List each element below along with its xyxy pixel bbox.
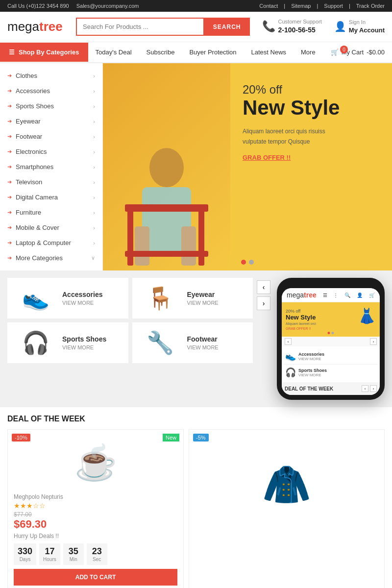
footwear-view-more[interactable]: VIEW MORE	[187, 344, 219, 350]
phone-icon: 📞	[262, 20, 275, 33]
chevron-right-icon: ›	[93, 164, 95, 170]
phone-category-list: 👟 Accessories VIEW MORE 🎧 Sports Shoes V…	[282, 346, 380, 382]
category-eyewear[interactable]: 🪑 Eyewear VIEW MORE	[132, 278, 253, 318]
sidebar-item-sports-shoes[interactable]: ➔Sports Shoes ›	[0, 98, 102, 114]
sidebar-item-televison[interactable]: ➔Televison ›	[0, 174, 102, 190]
deal-new-label: New	[163, 434, 179, 441]
footwear-image: 🔧	[140, 330, 181, 356]
hero-dot-active[interactable]	[241, 260, 246, 265]
cart-badge: 0	[340, 46, 348, 53]
shop-categories-button[interactable]: ☰ Shop By Categories	[0, 43, 88, 62]
hero-grab-offer-link[interactable]: GRAB OFFER !!	[243, 154, 291, 161]
phone-header: megatree ☰ ⋮ 🔍 👤 🛒	[282, 288, 380, 302]
email-info: Sales@yourcompany.com	[76, 3, 139, 9]
sidebar-label: Footwear	[16, 133, 42, 140]
add-to-cart-button[interactable]: ADD TO CART	[14, 569, 177, 586]
footwear-name: Footwear	[187, 335, 219, 343]
chevron-right-icon: ›	[93, 88, 95, 94]
sidebar-label: Furniture	[16, 209, 41, 216]
support-number: 2-100-56-55	[278, 25, 322, 35]
phone-info: Call Us (+0)122 3454 890	[7, 3, 69, 9]
chevron-right-icon: ›	[93, 225, 95, 231]
nav-buyer-protection[interactable]: Buyer Protection	[182, 42, 244, 62]
sidebar-item-accessories[interactable]: ➔Accessories ›	[0, 83, 102, 98]
cart-icon: 🛒	[331, 49, 339, 56]
sidebar-item-smartphones[interactable]: ➔Smartphones ›	[0, 159, 102, 174]
nav-subscribe[interactable]: Subscribe	[139, 42, 182, 62]
nav-today-deal[interactable]: Today's Deal	[88, 42, 139, 62]
category-accessories[interactable]: 👟 Accessories VIEW MORE	[7, 278, 128, 318]
sidebar-label: Mobile & Cover	[16, 224, 59, 231]
phone-logo: megatree	[287, 291, 317, 299]
category-content: 👟 Accessories VIEW MORE 🪑 Eyewear VIEW M…	[7, 278, 385, 400]
phone-cat-more: VIEW MORE	[298, 357, 324, 361]
deal-product-image-2: 🧥	[195, 436, 378, 534]
sidebar-item-mobile-cover[interactable]: ➔Mobile & Cover ›	[0, 220, 102, 235]
sidebar-item-footwear[interactable]: ➔Footwear ›	[0, 129, 102, 144]
sidebar-label: Digital Camera	[16, 194, 58, 201]
hero-text: 20% off New Style Aliquam laoreet orci q…	[230, 63, 392, 181]
search-input[interactable]	[76, 18, 204, 36]
main-content: ➔Clothes › ➔Accessories › ➔Sports Shoes …	[0, 63, 392, 270]
phone-cat-sports[interactable]: 🎧 Sports Shoes VIEW MORE	[284, 365, 378, 380]
accessories-name: Accessories	[62, 291, 103, 298]
account-section[interactable]: 👤 Sign In My Account	[334, 19, 385, 35]
search-button[interactable]: SEARCH	[204, 18, 250, 36]
nav-links: Today's Deal Subscribe Buyer Protection …	[88, 42, 323, 62]
category-sports-shoes[interactable]: 🎧 Sports Shoes VIEW MORE	[7, 322, 128, 363]
my-account-label: My Account	[349, 26, 385, 35]
timer-days: 330 Days	[14, 543, 36, 565]
timer-min: 35 Min	[63, 543, 84, 565]
sec-value: 23	[91, 546, 103, 557]
sidebar-label: Clothes	[16, 72, 37, 79]
sidebar: ➔Clothes › ➔Accessories › ➔Sports Shoes …	[0, 63, 103, 270]
svg-rect-2	[135, 226, 149, 266]
sidebar-item-digital-camera[interactable]: ➔Digital Camera ›	[0, 190, 102, 205]
logo[interactable]: megatree	[7, 19, 71, 34]
cart-price: -$0.00	[367, 49, 385, 56]
sidebar-item-clothes[interactable]: ➔Clothes ›	[0, 68, 102, 83]
phone-next-btn[interactable]: ›	[370, 338, 377, 345]
eyewear-view-more[interactable]: VIEW MORE	[187, 300, 219, 306]
sidebar-item-laptop-computer[interactable]: ➔Laptop & Computer ›	[0, 235, 102, 250]
next-category-button[interactable]: ›	[257, 296, 270, 310]
nav-more[interactable]: More	[294, 42, 323, 62]
phone-deal-nav: ‹ ›	[362, 385, 377, 392]
min-value: 35	[67, 546, 80, 557]
phone-cart-icon: 🛒	[369, 293, 375, 298]
sitemap-link[interactable]: Sitemap	[291, 3, 311, 9]
sidebar-item-electronics[interactable]: ➔Electronics ›	[0, 144, 102, 159]
contact-link[interactable]: Contact	[259, 3, 278, 9]
phone-deal-prev[interactable]: ‹	[362, 385, 368, 392]
support-link[interactable]: Support	[324, 3, 343, 9]
track-order-link[interactable]: Track Order	[356, 3, 385, 9]
deal-hurry: Hurry Up Deals !!	[14, 533, 177, 539]
phone-hero-discount: 20% off	[286, 309, 355, 314]
prev-category-button[interactable]: ‹	[257, 280, 270, 294]
phone-hamburger-icon: ☰	[323, 293, 327, 298]
hero-dots	[241, 260, 254, 265]
deal-price: $69.30	[14, 518, 177, 531]
phone-prev-btn[interactable]: ‹	[285, 338, 292, 345]
phone-hero-image: 👗	[358, 307, 376, 332]
sidebar-item-furniture[interactable]: ➔Furniture ›	[0, 205, 102, 220]
menu-icon: ☰	[9, 49, 15, 56]
sidebar-item-more-categories[interactable]: ➔More Categories ∨	[0, 250, 102, 266]
sidebar-item-eyewear[interactable]: ➔Eyewear ›	[0, 114, 102, 129]
hero-dot[interactable]	[249, 260, 254, 265]
phone-grab-link[interactable]: GRAB OFFER !!	[286, 327, 355, 330]
phone-hero-desc: Aliquam laoreet orci	[286, 322, 355, 325]
phone-deal-next[interactable]: ›	[370, 385, 377, 392]
search-bar: SEARCH	[76, 18, 250, 36]
sports-view-more[interactable]: VIEW MORE	[62, 344, 106, 350]
phone-cat-accessories[interactable]: 👟 Accessories VIEW MORE	[284, 348, 378, 365]
accessories-view-more[interactable]: VIEW MORE	[62, 300, 103, 306]
category-footwear[interactable]: 🔧 Footwear VIEW MORE	[132, 322, 253, 363]
phone-notch	[316, 283, 345, 286]
cart-button[interactable]: 0 🛒 My Cart -$0.00	[323, 43, 392, 62]
nav-latest-news[interactable]: Latest News	[244, 42, 294, 62]
hours-label: Hours	[43, 557, 56, 562]
support-label: Customer Support	[278, 18, 322, 25]
phone-accessories-icon: 👟	[285, 351, 296, 362]
phone-dot-active	[328, 332, 330, 334]
